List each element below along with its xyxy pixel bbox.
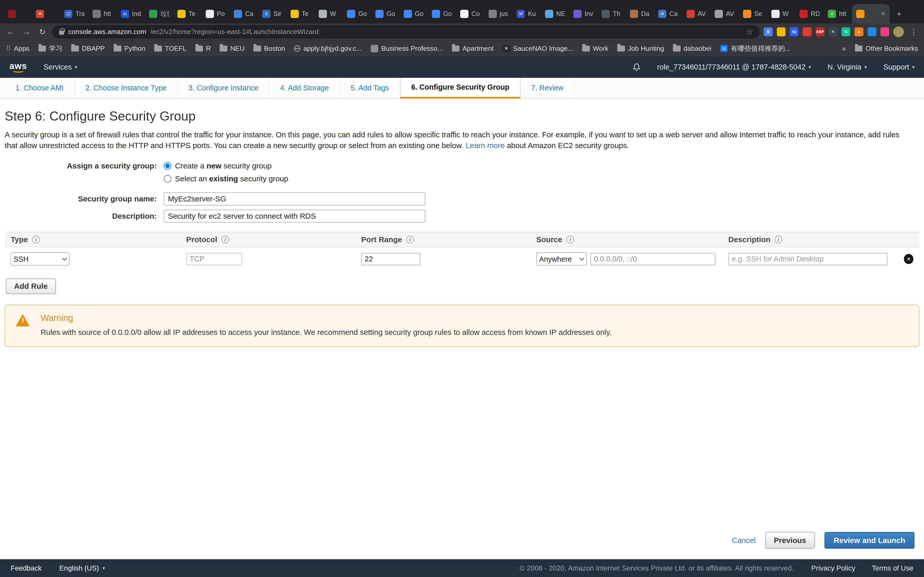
info-icon[interactable]: i [775, 236, 782, 243]
info-icon[interactable]: i [32, 236, 40, 243]
browser-tab[interactable]: Go [400, 4, 428, 23]
browser-tab[interactable]: Te [173, 4, 202, 23]
type-select[interactable]: SSH [11, 253, 69, 265]
new-tab-button[interactable]: + [892, 7, 906, 21]
bookmark-item[interactable]: dabaobei [673, 45, 711, 53]
delete-rule-icon[interactable]: ✕ [904, 254, 913, 264]
browser-tab[interactable]: inInd [117, 4, 145, 23]
services-menu[interactable]: Services ▾ [44, 63, 78, 71]
previous-button[interactable]: Previous [765, 532, 815, 549]
info-icon[interactable]: i [566, 236, 574, 243]
browser-tab[interactable]: AV [711, 4, 739, 23]
highlight-extension-icon[interactable]: a [855, 27, 863, 36]
browser-tab[interactable]: 12Tra [60, 4, 89, 23]
wizard-step[interactable]: 7. Review [520, 78, 575, 98]
source-select[interactable]: Anywhere [536, 253, 587, 265]
wizard-step[interactable]: 5. Add Tags [340, 78, 400, 98]
capture-extension-icon[interactable] [777, 27, 785, 36]
reload-button[interactable]: ↻ [37, 27, 48, 36]
bookmark-item[interactable]: ✕SauceNAO Image... [502, 45, 573, 53]
privacy-policy-link[interactable]: Privacy Policy [811, 564, 855, 572]
port-range-input[interactable] [361, 253, 420, 265]
bookmark-item[interactable]: Business Professo... [371, 45, 443, 53]
profile-avatar[interactable] [893, 27, 904, 37]
bookmark-star-icon[interactable]: ☆ [746, 27, 753, 36]
browser-tab[interactable]: NE [541, 4, 569, 23]
browser-tab[interactable]: Go [343, 4, 371, 23]
browser-tab[interactable]: Se [739, 4, 767, 23]
browser-tab[interactable]: 垃圾 [145, 4, 173, 23]
learn-more-link[interactable]: Learn more [465, 141, 505, 150]
security-group-description-input[interactable] [164, 210, 425, 222]
browser-tab[interactable]: htt [89, 4, 117, 23]
wizard-step[interactable]: 6. Configure Security Group [400, 78, 520, 98]
bookmark-item[interactable]: 知有哪些值得推荐的... [720, 44, 790, 53]
bookmark-item[interactable]: DBAPP [71, 45, 105, 53]
info-icon[interactable]: i [406, 236, 414, 243]
browser-tab[interactable]: W [767, 4, 796, 23]
aws-logo[interactable]: aws [10, 61, 27, 73]
browser-tab[interactable]: Da [626, 4, 654, 23]
radio-select-existing-input[interactable] [164, 175, 171, 183]
wizard-step[interactable]: 2. Choose Instance Type [75, 78, 178, 98]
info-icon[interactable]: i [221, 236, 229, 243]
bookmark-item[interactable]: apply.bjhjyd.gov.c... [294, 45, 362, 53]
review-and-launch-button[interactable]: Review and Launch [824, 532, 915, 549]
blue-tool-extension-icon[interactable] [867, 27, 876, 36]
abp-extension-icon[interactable]: ABP [816, 27, 824, 36]
bookmark-item[interactable]: NEU [220, 45, 245, 53]
radio-select-existing[interactable]: Select an existing security group [164, 174, 288, 183]
browser-tab[interactable]: Ca [230, 4, 258, 23]
address-bar[interactable]: console.aws.amazon.com/ec2/v2/home?regio… [52, 25, 759, 38]
add-rule-button[interactable]: Add Rule [6, 279, 56, 294]
language-selector[interactable]: English (US) ▾ [59, 564, 105, 572]
browser-tab[interactable]: Po [202, 4, 230, 23]
bookmark-item[interactable]: R [195, 45, 211, 53]
browser-tab[interactable]: AV [682, 4, 711, 23]
radio-create-new[interactable]: Create a new security group [164, 161, 271, 170]
support-menu[interactable]: Support ▾ [883, 63, 914, 71]
bookmark-item[interactable]: ⠿Apps [6, 45, 29, 53]
tab-close-icon[interactable]: ✕ [881, 10, 885, 17]
wizard-step[interactable]: 3. Configure Instance [178, 78, 270, 98]
browser-tab[interactable]: ✉ [32, 4, 60, 23]
region-menu[interactable]: N. Virginia ▾ [827, 63, 867, 71]
browser-tab[interactable]: MKu [512, 4, 541, 23]
other-bookmarks[interactable]: Other Bookmarks [855, 45, 918, 53]
bookmark-item[interactable]: Python [114, 45, 145, 53]
browser-menu-icon[interactable]: ⋮ [908, 27, 919, 36]
bookmark-item[interactable]: Work [582, 45, 609, 53]
bookmark-item[interactable]: Apartment [452, 45, 494, 53]
bookmark-item[interactable]: TOEFL [154, 45, 186, 53]
browser-tab[interactable]: #htt [824, 4, 852, 23]
grammarly-extension-icon[interactable]: G [842, 27, 850, 36]
pink-tool-extension-icon[interactable] [880, 27, 889, 36]
source-input[interactable] [590, 253, 716, 265]
radio-create-new-input[interactable] [164, 162, 171, 170]
iq-extension-icon[interactable]: IQ [790, 27, 798, 36]
browser-tab[interactable]: Inv [569, 4, 598, 23]
cancel-link[interactable]: Cancel [732, 536, 756, 545]
browser-tab[interactable]: SSir [258, 4, 286, 23]
browser-tab[interactable]: Th [597, 4, 626, 23]
browser-tab[interactable]: RD [795, 4, 824, 23]
bookmark-item[interactable]: 学习 [39, 44, 63, 53]
wizard-step[interactable]: 1. Choose AMI [5, 78, 75, 98]
translate-extension-icon[interactable]: 文 [764, 27, 772, 36]
dark-x-extension-icon[interactable]: ✕ [829, 27, 837, 36]
browser-tab[interactable]: Go [371, 4, 400, 23]
security-group-name-input[interactable] [164, 192, 425, 205]
browser-tab[interactable] [3, 4, 32, 23]
notifications-bell-icon[interactable] [632, 63, 641, 71]
account-menu[interactable]: role_77346011/77346011 @ 1787-4828-5042 … [657, 63, 811, 71]
browser-tab[interactable]: jus [485, 4, 513, 23]
forward-button[interactable]: → [21, 27, 32, 36]
browser-tab[interactable]: Te [286, 4, 315, 23]
wizard-step[interactable]: 4. Add Storage [270, 78, 340, 98]
bookmark-item[interactable]: Job Hunting [617, 45, 664, 53]
bookmark-item[interactable]: Boston [254, 45, 285, 53]
bookmarks-overflow-icon[interactable]: » [842, 44, 846, 53]
browser-tab[interactable]: ✉Ca [654, 4, 682, 23]
feedback-link[interactable]: Feedback [11, 564, 42, 572]
back-button[interactable]: ← [5, 27, 16, 36]
